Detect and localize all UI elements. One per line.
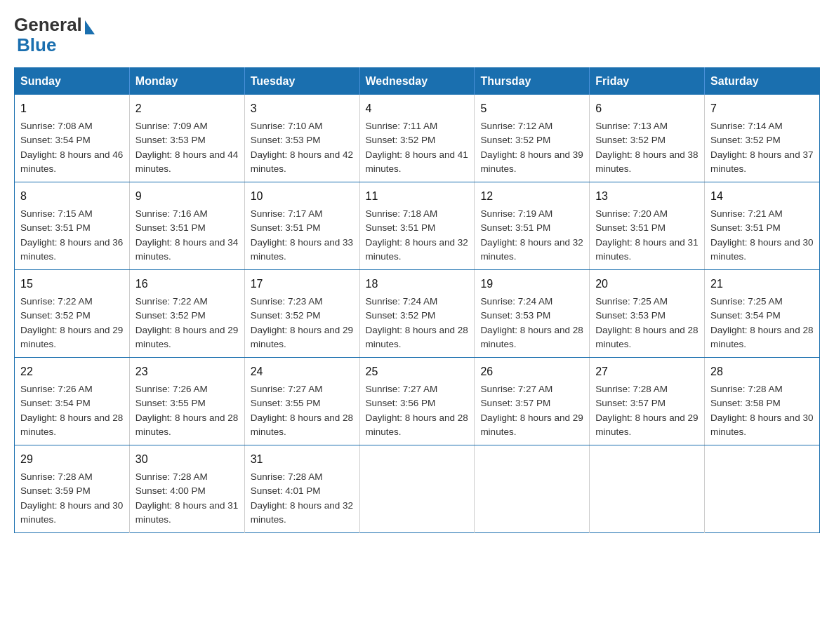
day-info: Sunrise: 7:23 AMSunset: 3:52 PMDaylight:…: [251, 296, 353, 349]
day-info: Sunrise: 7:19 AMSunset: 3:51 PMDaylight:…: [480, 208, 583, 262]
day-cell: 28Sunrise: 7:28 AMSunset: 3:58 PMDayligh…: [705, 358, 820, 445]
day-number: 25: [366, 363, 469, 380]
day-info: Sunrise: 7:27 AMSunset: 3:57 PMDaylight:…: [480, 384, 583, 437]
day-cell: 26Sunrise: 7:27 AMSunset: 3:57 PMDayligh…: [475, 358, 590, 445]
day-number: 2: [135, 100, 239, 117]
day-info: Sunrise: 7:12 AMSunset: 3:52 PMDaylight:…: [480, 121, 583, 174]
day-number: 19: [480, 276, 583, 293]
day-number: 22: [20, 363, 124, 380]
day-info: Sunrise: 7:24 AMSunset: 3:53 PMDaylight:…: [480, 296, 583, 349]
header-wednesday: Wednesday: [359, 68, 475, 95]
day-number: 23: [135, 363, 239, 380]
header-tuesday: Tuesday: [244, 68, 359, 95]
page-header: General Blue: [14, 14, 820, 56]
day-info: Sunrise: 7:24 AMSunset: 3:52 PMDaylight:…: [366, 296, 468, 349]
day-info: Sunrise: 7:10 AMSunset: 3:53 PMDaylight:…: [251, 121, 353, 174]
day-info: Sunrise: 7:09 AMSunset: 3:53 PMDaylight:…: [135, 121, 238, 174]
day-info: Sunrise: 7:14 AMSunset: 3:52 PMDaylight:…: [710, 121, 813, 174]
week-row-3: 15Sunrise: 7:22 AMSunset: 3:52 PMDayligh…: [15, 270, 820, 358]
day-number: 29: [20, 451, 124, 468]
day-cell: [590, 445, 705, 533]
logo-row: General: [14, 14, 95, 36]
logo-blue-text: Blue: [17, 34, 56, 55]
day-info: Sunrise: 7:18 AMSunset: 3:51 PMDaylight:…: [366, 208, 468, 262]
week-row-1: 1Sunrise: 7:08 AMSunset: 3:54 PMDaylight…: [15, 95, 820, 182]
day-info: Sunrise: 7:15 AMSunset: 3:51 PMDaylight:…: [20, 208, 123, 262]
day-info: Sunrise: 7:28 AMSunset: 3:57 PMDaylight:…: [595, 384, 698, 437]
day-cell: 20Sunrise: 7:25 AMSunset: 3:53 PMDayligh…: [590, 270, 705, 358]
day-number: 31: [251, 451, 354, 468]
day-info: Sunrise: 7:20 AMSunset: 3:51 PMDaylight:…: [595, 208, 698, 262]
day-number: 20: [595, 276, 699, 293]
day-cell: [475, 445, 590, 533]
day-cell: 4Sunrise: 7:11 AMSunset: 3:52 PMDaylight…: [359, 95, 475, 182]
day-number: 13: [595, 188, 699, 205]
day-cell: 14Sunrise: 7:21 AMSunset: 3:51 PMDayligh…: [705, 182, 820, 270]
day-info: Sunrise: 7:26 AMSunset: 3:55 PMDaylight:…: [135, 384, 238, 437]
day-cell: 27Sunrise: 7:28 AMSunset: 3:57 PMDayligh…: [590, 358, 705, 445]
day-cell: 23Sunrise: 7:26 AMSunset: 3:55 PMDayligh…: [129, 358, 244, 445]
day-info: Sunrise: 7:13 AMSunset: 3:52 PMDaylight:…: [595, 121, 698, 174]
day-info: Sunrise: 7:28 AMSunset: 4:00 PMDaylight:…: [135, 471, 238, 525]
day-cell: 9Sunrise: 7:16 AMSunset: 3:51 PMDaylight…: [129, 182, 244, 270]
day-info: Sunrise: 7:08 AMSunset: 3:54 PMDaylight:…: [20, 121, 123, 174]
day-info: Sunrise: 7:17 AMSunset: 3:51 PMDaylight:…: [251, 208, 353, 262]
day-cell: 10Sunrise: 7:17 AMSunset: 3:51 PMDayligh…: [244, 182, 359, 270]
day-number: 8: [20, 188, 124, 205]
day-cell: 29Sunrise: 7:28 AMSunset: 3:59 PMDayligh…: [15, 445, 130, 533]
day-cell: [359, 445, 475, 533]
day-number: 18: [366, 276, 469, 293]
day-info: Sunrise: 7:28 AMSunset: 4:01 PMDaylight:…: [251, 471, 353, 525]
day-info: Sunrise: 7:22 AMSunset: 3:52 PMDaylight:…: [20, 296, 123, 349]
logo-general-text: General: [14, 14, 82, 36]
week-row-2: 8Sunrise: 7:15 AMSunset: 3:51 PMDaylight…: [15, 182, 820, 270]
day-info: Sunrise: 7:21 AMSunset: 3:51 PMDaylight:…: [710, 208, 813, 262]
day-info: Sunrise: 7:25 AMSunset: 3:53 PMDaylight:…: [595, 296, 698, 349]
day-info: Sunrise: 7:25 AMSunset: 3:54 PMDaylight:…: [710, 296, 813, 349]
header-sunday: Sunday: [15, 68, 130, 95]
week-row-5: 29Sunrise: 7:28 AMSunset: 3:59 PMDayligh…: [15, 445, 820, 533]
day-info: Sunrise: 7:11 AMSunset: 3:52 PMDaylight:…: [366, 121, 468, 174]
day-cell: 30Sunrise: 7:28 AMSunset: 4:00 PMDayligh…: [129, 445, 244, 533]
day-cell: 22Sunrise: 7:26 AMSunset: 3:54 PMDayligh…: [15, 358, 130, 445]
day-info: Sunrise: 7:27 AMSunset: 3:55 PMDaylight:…: [251, 384, 353, 437]
day-cell: 19Sunrise: 7:24 AMSunset: 3:53 PMDayligh…: [475, 270, 590, 358]
day-cell: 16Sunrise: 7:22 AMSunset: 3:52 PMDayligh…: [129, 270, 244, 358]
day-number: 1: [20, 100, 124, 117]
day-number: 24: [251, 363, 354, 380]
day-info: Sunrise: 7:16 AMSunset: 3:51 PMDaylight:…: [135, 208, 238, 262]
day-cell: 13Sunrise: 7:20 AMSunset: 3:51 PMDayligh…: [590, 182, 705, 270]
day-number: 26: [480, 363, 583, 380]
week-row-4: 22Sunrise: 7:26 AMSunset: 3:54 PMDayligh…: [15, 358, 820, 445]
calendar-header-row: SundayMondayTuesdayWednesdayThursdayFrid…: [15, 68, 820, 95]
day-cell: 21Sunrise: 7:25 AMSunset: 3:54 PMDayligh…: [705, 270, 820, 358]
day-number: 10: [251, 188, 354, 205]
day-info: Sunrise: 7:28 AMSunset: 3:59 PMDaylight:…: [20, 471, 123, 525]
day-cell: 12Sunrise: 7:19 AMSunset: 3:51 PMDayligh…: [475, 182, 590, 270]
day-number: 14: [710, 188, 814, 205]
header-thursday: Thursday: [475, 68, 590, 95]
logo: General Blue: [14, 14, 95, 56]
header-saturday: Saturday: [705, 68, 820, 95]
day-info: Sunrise: 7:26 AMSunset: 3:54 PMDaylight:…: [20, 384, 123, 437]
day-cell: 18Sunrise: 7:24 AMSunset: 3:52 PMDayligh…: [359, 270, 475, 358]
day-cell: 3Sunrise: 7:10 AMSunset: 3:53 PMDaylight…: [244, 95, 359, 182]
day-number: 6: [595, 100, 699, 117]
header-friday: Friday: [590, 68, 705, 95]
day-number: 11: [366, 188, 469, 205]
day-number: 7: [710, 100, 814, 117]
day-info: Sunrise: 7:22 AMSunset: 3:52 PMDaylight:…: [135, 296, 238, 349]
day-cell: 1Sunrise: 7:08 AMSunset: 3:54 PMDaylight…: [15, 95, 130, 182]
day-number: 4: [366, 100, 469, 117]
day-number: 5: [480, 100, 583, 117]
day-number: 30: [135, 451, 239, 468]
day-cell: [705, 445, 820, 533]
day-number: 3: [251, 100, 354, 117]
day-number: 21: [710, 276, 814, 293]
day-cell: 25Sunrise: 7:27 AMSunset: 3:56 PMDayligh…: [359, 358, 475, 445]
header-monday: Monday: [129, 68, 244, 95]
day-cell: 8Sunrise: 7:15 AMSunset: 3:51 PMDaylight…: [15, 182, 130, 270]
day-cell: 24Sunrise: 7:27 AMSunset: 3:55 PMDayligh…: [244, 358, 359, 445]
calendar-table: SundayMondayTuesdayWednesdayThursdayFrid…: [14, 67, 820, 533]
day-cell: 7Sunrise: 7:14 AMSunset: 3:52 PMDaylight…: [705, 95, 820, 182]
